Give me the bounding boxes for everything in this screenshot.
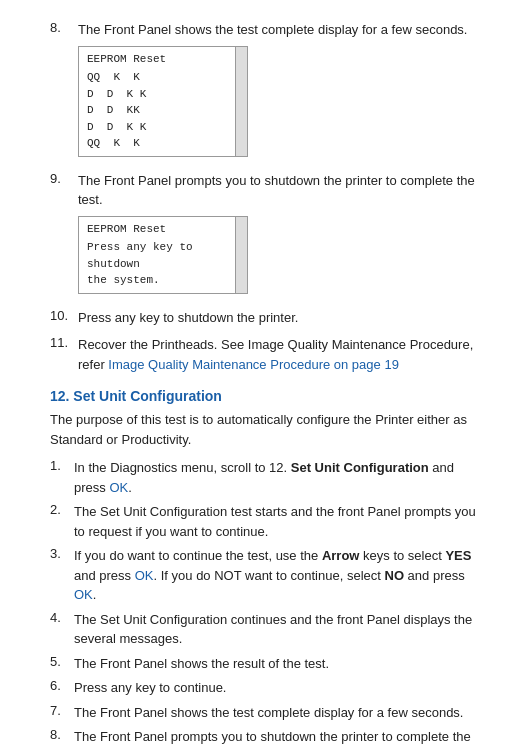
item-text: The Front Panel prompts you to shutdown … xyxy=(78,171,477,300)
item-text-span: The Front Panel shows the test complete … xyxy=(78,22,467,37)
sub-item-6: 6. Press any key to continue. xyxy=(50,678,477,698)
eeprom-line: D D K K xyxy=(87,119,239,136)
eeprom-display-1: EEPROM Reset QQ K K D D K K D D KK D D K… xyxy=(78,46,248,157)
eeprom-title-2: EEPROM Reset xyxy=(87,221,239,238)
item-text-span: The Front Panel prompts you to shutdown … xyxy=(78,173,475,208)
eeprom-line: D D K K xyxy=(87,86,239,103)
sub-num: 7. xyxy=(50,703,74,718)
sub-item-4: 4. The Set Unit Configuration continues … xyxy=(50,610,477,649)
eeprom-display-2: EEPROM Reset Press any key to shutdown t… xyxy=(78,216,248,294)
section-12-intro: The purpose of this test is to automatic… xyxy=(50,410,477,450)
sub-num: 5. xyxy=(50,654,74,669)
sub-item-7: 7. The Front Panel shows the test comple… xyxy=(50,703,477,723)
sub-item-1: 1. In the Diagnostics menu, scroll to 12… xyxy=(50,458,477,497)
sub-num: 2. xyxy=(50,502,74,517)
sub-item-2: 2. The Set Unit Configuration test start… xyxy=(50,502,477,541)
eeprom-line: QQ K K xyxy=(87,135,239,152)
section-12-steps: 1. In the Diagnostics menu, scroll to 12… xyxy=(50,458,477,745)
item-number: 9. xyxy=(50,171,78,186)
sub-item-3: 3. If you do want to continue the test, … xyxy=(50,546,477,605)
item-number: 10. xyxy=(50,308,78,323)
arrow-text: Arrow xyxy=(322,548,360,563)
list-item: 11. Recover the Printheads. See Image Qu… xyxy=(50,335,477,374)
eeprom-line: Press any key to shutdown xyxy=(87,239,239,272)
sub-item-5: 5. The Front Panel shows the result of t… xyxy=(50,654,477,674)
sub-num: 3. xyxy=(50,546,74,561)
sub-content: Press any key to continue. xyxy=(74,678,477,698)
page-content: 8. The Front Panel shows the test comple… xyxy=(0,0,527,745)
item-text: Press any key to shutdown the printer. xyxy=(78,308,477,328)
eeprom-line: the system. xyxy=(87,272,239,289)
sub-content: The Set Unit Configuration continues and… xyxy=(74,610,477,649)
ok-link: OK xyxy=(109,480,128,495)
list-item: 8. The Front Panel shows the test comple… xyxy=(50,20,477,163)
item-text: The Front Panel shows the test complete … xyxy=(78,20,477,163)
list-item: 9. The Front Panel prompts you to shutdo… xyxy=(50,171,477,300)
scrollbar[interactable] xyxy=(235,217,247,293)
yes-text: YES xyxy=(445,548,471,563)
section-12-heading: 12. Set Unit Configuration xyxy=(50,388,477,404)
eeprom-title-1: EEPROM Reset xyxy=(87,51,239,68)
item-number: 8. xyxy=(50,20,78,35)
list-item: 10. Press any key to shutdown the printe… xyxy=(50,308,477,328)
sub-content: In the Diagnostics menu, scroll to 12. S… xyxy=(74,458,477,497)
sub-num: 1. xyxy=(50,458,74,473)
sub-content: The Front Panel prompts you to shutdown … xyxy=(74,727,477,745)
sub-content: The Front Panel shows the result of the … xyxy=(74,654,477,674)
scrollbar[interactable] xyxy=(235,47,247,156)
sub-item-8: 8. The Front Panel prompts you to shutdo… xyxy=(50,727,477,745)
sub-content: The Set Unit Configuration test starts a… xyxy=(74,502,477,541)
no-text: NO xyxy=(385,568,405,583)
sub-num: 6. xyxy=(50,678,74,693)
eeprom-line: QQ K K xyxy=(87,69,239,86)
bold-text: Set Unit Configuration xyxy=(291,460,429,475)
sub-content: The Front Panel shows the test complete … xyxy=(74,703,477,723)
item-text: Recover the Printheads. See Image Qualit… xyxy=(78,335,477,374)
ok-link: OK xyxy=(74,587,93,602)
item-number: 11. xyxy=(50,335,78,350)
sub-content: If you do want to continue the test, use… xyxy=(74,546,477,605)
sub-num: 4. xyxy=(50,610,74,625)
eeprom-line: D D KK xyxy=(87,102,239,119)
iq-maintenance-link[interactable]: Image Quality Maintenance Procedure on p… xyxy=(108,357,399,372)
ok-link: OK xyxy=(135,568,154,583)
sub-num: 8. xyxy=(50,727,74,742)
